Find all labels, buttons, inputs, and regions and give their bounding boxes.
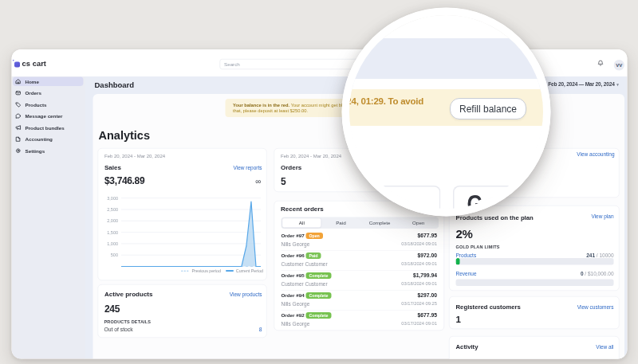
order-row[interactable]: Order #92Complete$677.95Nills George03/1…: [282, 311, 438, 331]
tab-open[interactable]: Open: [399, 218, 438, 229]
sidebar-item-label: Home: [26, 79, 39, 84]
sidebar-item-orders[interactable]: Orders: [13, 88, 84, 98]
order-customer: Nills George: [282, 321, 310, 327]
order-row[interactable]: Order #96Paid$972.00Customer Customer03/…: [282, 251, 438, 271]
plan-usage-value: 2%: [456, 228, 473, 241]
order-date: 03/18/2024 09:01: [401, 281, 437, 286]
order-date: 03/17/2024 09:25: [401, 301, 437, 306]
products-details-label: PRODUCTS DETAILS: [104, 319, 152, 324]
registered-customers-card: Registered customers View customers 1: [449, 296, 620, 329]
order-total: $677.95: [418, 233, 437, 239]
products-icon: [15, 102, 22, 108]
view-products-link[interactable]: View products: [230, 292, 262, 298]
sidebar: HomeOrdersProductsMessage centerProduct …: [12, 76, 85, 359]
order-status-badge: Complete: [305, 292, 331, 299]
order-id: Order #92: [282, 312, 305, 318]
order-id: Order #96: [282, 252, 305, 258]
plan-progress-track: [456, 258, 614, 265]
order-status-tabs: AllPaidCompleteOpen: [282, 217, 439, 229]
plan-progress-track: [456, 280, 614, 287]
view-accounting-link[interactable]: View accounting: [577, 151, 614, 158]
magnified-partial-letter: G: [467, 191, 483, 209]
sidebar-item-settings[interactable]: Settings: [13, 147, 84, 156]
recent-orders-title: Recent orders: [281, 205, 324, 213]
order-status-badge: Open: [305, 233, 322, 239]
plan-limit-label[interactable]: Products: [456, 252, 477, 259]
order-list: Order #97Open$677.95Nills George03/18/20…: [282, 231, 438, 331]
sidebar-item-label: Orders: [26, 90, 42, 96]
plan-limit-total: / 10000: [595, 252, 614, 259]
bell-icon[interactable]: [597, 60, 605, 67]
magnified-banner-text: Your account might get blocked on 03/24/…: [349, 96, 423, 108]
out-of-stock-label: Out of stock: [104, 327, 133, 333]
order-customer: Nills George: [282, 241, 310, 248]
view-customers-link[interactable]: View customers: [577, 304, 614, 311]
sidebar-item-label: Settings: [26, 148, 45, 154]
orders-period: Feb 20, 2024 - Mar 20, 2024: [281, 154, 341, 159]
active-products-value: 245: [104, 303, 120, 315]
active-products-card: Active products View products 245 PRODUC…: [98, 284, 267, 338]
plan-limit-used: 241: [586, 252, 595, 259]
plan-usage-card: Products used on the plan View plan 2% G…: [449, 205, 620, 291]
out-of-stock-value[interactable]: 8: [259, 327, 262, 333]
user-avatar[interactable]: VV: [614, 60, 625, 71]
logo-spark-icon: [13, 60, 14, 61]
order-row[interactable]: Order #97Open$677.95Nills George03/18/20…: [282, 231, 438, 251]
accounting-icon: [15, 136, 22, 143]
order-id: Order #94: [282, 292, 305, 298]
cscart-logo-text[interactable]: cs cart: [22, 49, 47, 76]
tab-all[interactable]: All: [282, 218, 322, 229]
order-status-badge: Paid: [305, 252, 321, 259]
activity-card: Activity View all: [449, 336, 620, 359]
date-range-selector[interactable]: Feb 20, 2024 — Mar 20, 2024▾: [548, 81, 618, 88]
sales-chart: 5001,0001,5002,0002,5003,000: [98, 149, 267, 281]
magnified-refill-balance-button[interactable]: Refill balance: [450, 98, 526, 119]
order-status-badge: Complete: [305, 272, 331, 279]
cscart-logo-icon[interactable]: [14, 62, 20, 68]
orders-icon: [15, 90, 22, 96]
chart-legend: Previous period Current Period: [181, 268, 263, 273]
registered-customers-value: 1: [456, 315, 461, 326]
plan-limit-total: / $10,000.00: [584, 271, 614, 277]
order-row[interactable]: Order #95Complete$1,799.94Customer Custo…: [282, 271, 438, 291]
sidebar-item-products[interactable]: Products: [13, 100, 84, 110]
order-customer: Nills George: [282, 301, 310, 307]
sidebar-item-label: Product bundles: [26, 125, 65, 131]
sidebar-item-product-bundles[interactable]: Product bundles: [13, 123, 84, 133]
magnifier-content: Your account might get blocked on 03/24/…: [349, 15, 543, 209]
svg-text:3,000: 3,000: [107, 196, 118, 201]
svg-text:2,000: 2,000: [107, 218, 118, 223]
message-center-icon: [15, 113, 22, 119]
sales-card: Feb 20, 2024 - Mar 20, 2024 Sales View r…: [98, 148, 267, 280]
plan-limit-label[interactable]: Revenue: [456, 271, 477, 277]
order-date: 03/17/2024 09:01: [401, 321, 437, 326]
order-date: 03/18/2024 09:01: [401, 261, 437, 266]
activity-title: Activity: [456, 343, 478, 350]
sidebar-item-label: Message center: [26, 113, 63, 119]
sidebar-item-label: Accounting: [26, 136, 53, 142]
order-total: $297.00: [418, 292, 437, 299]
order-row[interactable]: Order #94Complete$297.00Nills George03/1…: [282, 291, 438, 311]
order-total: $972.00: [418, 252, 437, 259]
view-all-link[interactable]: View all: [596, 344, 613, 350]
sidebar-item-accounting[interactable]: Accounting: [13, 135, 84, 144]
order-id: Order #97: [282, 233, 305, 238]
analytics-heading: Analytics: [99, 129, 150, 143]
recent-orders-card: Recent orders AllPaidCompleteOpen Order …: [274, 201, 445, 331]
order-customer: Customer Customer: [282, 261, 328, 268]
tab-complete[interactable]: Complete: [360, 218, 400, 229]
page-title: Dashboard: [95, 80, 135, 89]
active-products-title: Active products: [104, 291, 152, 298]
sidebar-item-label: Products: [26, 102, 47, 108]
svg-text:1,000: 1,000: [107, 241, 118, 246]
order-status-badge: Complete: [305, 312, 331, 319]
settings-icon: [15, 148, 22, 155]
date-range-label: Feb 20, 2024 — Mar 20, 2024: [548, 81, 614, 88]
sidebar-item-home[interactable]: Home: [13, 77, 84, 87]
tab-paid[interactable]: Paid: [321, 218, 360, 229]
order-id: Order #95: [282, 272, 305, 278]
view-plan-link[interactable]: View plan: [591, 213, 613, 220]
plan-limit-value: 0 / $10,000.00: [581, 271, 614, 277]
sidebar-item-message-center[interactable]: Message center: [13, 112, 84, 121]
order-date: 03/18/2024 09:01: [401, 241, 437, 246]
